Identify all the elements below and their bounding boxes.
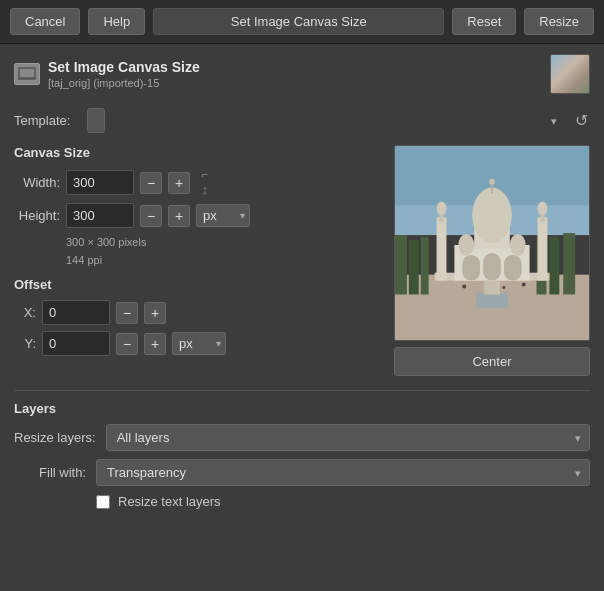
svg-rect-8 [421, 237, 429, 294]
svg-point-32 [462, 285, 466, 289]
svg-point-24 [472, 188, 512, 243]
svg-rect-29 [476, 292, 508, 308]
resize-text-label[interactable]: Resize text layers [118, 494, 221, 509]
y-decrement-button[interactable]: − [116, 333, 138, 355]
canvas-size-section: Canvas Size Width: 300 − + ⌐ ↕ Height: [14, 145, 380, 269]
dialog-icon [14, 63, 40, 85]
offset-y-row: Y: 0 − + px in cm ▾ [14, 331, 380, 356]
resize-text-row: Resize text layers [96, 494, 590, 509]
template-reset-button[interactable]: ↺ [573, 109, 590, 132]
toolbar: Cancel Help Set Image Canvas Size Reset … [0, 0, 604, 44]
fill-with-select-wrapper: Transparency Background Color Foreground… [96, 459, 590, 486]
svg-point-18 [538, 201, 548, 215]
svg-point-28 [510, 234, 526, 256]
dialog-body: Template: ▾ ↺ Canvas Size Width: 300 − + [0, 100, 604, 523]
offset-x-row: X: 0 − + [14, 300, 380, 325]
header-thumbnail [550, 54, 590, 94]
unit-wrapper: px in cm mm ▾ [196, 204, 250, 227]
svg-point-33 [502, 286, 505, 289]
width-decrement-button[interactable]: − [140, 172, 162, 194]
dialog-subtitle: [taj_orig] (imported)-15 [48, 77, 159, 89]
thumbnail-image [551, 55, 589, 93]
size-info: 300 × 300 pixels 144 ppi [66, 234, 380, 269]
dialog-title: Set Image Canvas Size [48, 59, 200, 75]
left-column: Canvas Size Width: 300 − + ⌐ ↕ Height: [14, 145, 380, 376]
center-button[interactable]: Center [394, 347, 590, 376]
template-select[interactable] [87, 108, 105, 133]
resize-layers-row: Resize layers: All layers Image layers N… [14, 424, 590, 451]
layers-title: Layers [14, 401, 590, 416]
x-increment-button[interactable]: + [144, 302, 166, 324]
svg-rect-25 [491, 184, 493, 194]
offset-section: Offset X: 0 − + Y: 0 − + px [14, 277, 380, 356]
height-input[interactable]: 300 [66, 203, 134, 228]
resize-button[interactable]: Resize [524, 8, 594, 35]
svg-rect-10 [549, 237, 559, 294]
svg-rect-7 [409, 240, 419, 294]
svg-rect-1 [21, 70, 27, 76]
height-increment-button[interactable]: + [168, 205, 190, 227]
header-left: Set Image Canvas Size [taj_orig] (import… [14, 59, 200, 90]
svg-point-26 [489, 179, 495, 185]
layers-section: Layers Resize layers: All layers Image l… [14, 390, 590, 509]
height-label: Height: [14, 208, 60, 223]
title-button: Set Image Canvas Size [153, 8, 444, 35]
preview-svg [395, 146, 589, 340]
y-label: Y: [14, 336, 36, 351]
width-row: Width: 300 − + ⌐ ↕ [14, 168, 380, 197]
svg-rect-16 [538, 217, 548, 280]
template-label: Template: [14, 113, 79, 128]
svg-rect-20 [462, 255, 480, 281]
svg-point-15 [437, 201, 447, 215]
resize-layers-label: Resize layers: [14, 430, 96, 445]
right-column: Center [394, 145, 590, 376]
template-row: Template: ▾ ↺ [14, 108, 590, 133]
width-input[interactable]: 300 [66, 170, 134, 195]
reset-button[interactable]: Reset [452, 8, 516, 35]
fill-with-label: Fill with: [14, 465, 86, 480]
svg-rect-21 [483, 253, 501, 281]
svg-point-27 [458, 234, 474, 256]
offset-title: Offset [14, 277, 380, 292]
height-decrement-button[interactable]: − [140, 205, 162, 227]
svg-rect-22 [504, 255, 522, 281]
svg-rect-9 [563, 233, 575, 294]
resize-layers-select[interactable]: All layers Image layers No layers [106, 424, 590, 451]
svg-rect-30 [484, 281, 500, 295]
width-label: Width: [14, 175, 60, 190]
dialog-header: Set Image Canvas Size [taj_orig] (import… [0, 44, 604, 100]
offset-unit-select[interactable]: px in cm [172, 332, 226, 355]
x-input[interactable]: 0 [42, 300, 110, 325]
svg-rect-13 [437, 217, 447, 280]
cancel-button[interactable]: Cancel [10, 8, 80, 35]
preview-image [394, 145, 590, 341]
template-dropdown-arrow: ▾ [551, 114, 557, 127]
main-columns: Canvas Size Width: 300 − + ⌐ ↕ Height: [14, 145, 590, 376]
svg-point-31 [522, 283, 526, 287]
help-button[interactable]: Help [88, 8, 145, 35]
resize-text-checkbox[interactable] [96, 495, 110, 509]
resize-layers-select-wrapper: All layers Image layers No layers ▾ [106, 424, 590, 451]
header-title-block: Set Image Canvas Size [taj_orig] (import… [48, 59, 200, 90]
width-increment-button[interactable]: + [168, 172, 190, 194]
x-label: X: [14, 305, 36, 320]
canvas-size-title: Canvas Size [14, 145, 380, 160]
x-decrement-button[interactable]: − [116, 302, 138, 324]
unit-select[interactable]: px in cm mm [196, 204, 250, 227]
height-row: Height: 300 − + px in cm mm ▾ [14, 203, 380, 228]
size-info-ppi: 144 ppi [66, 252, 380, 270]
template-select-wrapper: ▾ [87, 108, 565, 133]
size-info-pixels: 300 × 300 pixels [66, 234, 380, 252]
fill-with-select[interactable]: Transparency Background Color Foreground… [96, 459, 590, 486]
svg-rect-6 [395, 235, 407, 294]
link-top-icon: ⌐ [202, 168, 208, 180]
fill-with-row: Fill with: Transparency Background Color… [14, 459, 590, 486]
offset-unit-wrapper: px in cm ▾ [172, 332, 226, 355]
y-increment-button[interactable]: + [144, 333, 166, 355]
link-icons: ⌐ ↕ [196, 168, 214, 197]
y-input[interactable]: 0 [42, 331, 110, 356]
link-mid-icon: ↕ [202, 182, 209, 197]
